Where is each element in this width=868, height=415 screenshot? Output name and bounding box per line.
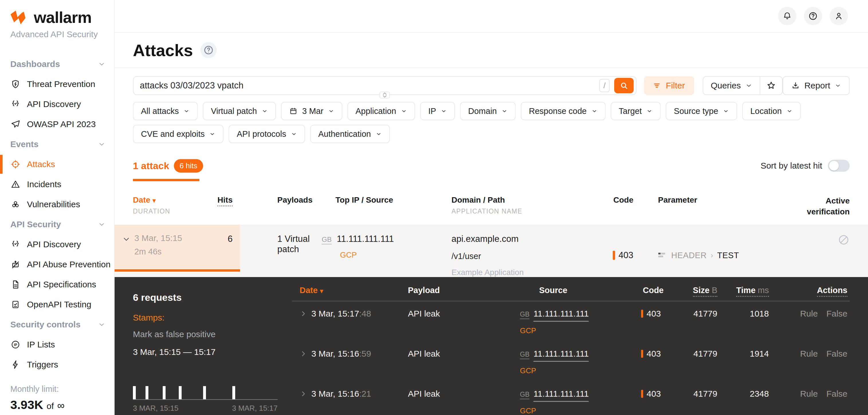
- source-ip-link[interactable]: 11.111.111.111: [533, 349, 589, 362]
- brand-logo[interactable]: wallarm: [0, 8, 114, 27]
- expand-row-icon[interactable]: [300, 310, 307, 317]
- sidebar-item-threat-prevention[interactable]: Threat Prevention: [0, 74, 114, 94]
- source-provider[interactable]: GCP: [340, 251, 447, 260]
- hits-badge: 6 hits: [174, 159, 203, 173]
- notifications-button[interactable]: [778, 7, 796, 25]
- source-provider[interactable]: GCP: [520, 366, 624, 375]
- sidebar-section-dashboards[interactable]: Dashboards: [0, 54, 114, 74]
- filter-chip-ip[interactable]: IP: [420, 102, 455, 120]
- sidebar-section-security-controls[interactable]: Security controls: [0, 315, 114, 335]
- attack-path[interactable]: /v1/user: [452, 251, 609, 261]
- collapse-row-icon[interactable]: [123, 236, 130, 243]
- column-date[interactable]: Date ▾: [292, 286, 398, 295]
- filter-chip-3-mar[interactable]: 3 Mar: [281, 102, 342, 120]
- collapse-filters-handle[interactable]: [379, 92, 390, 99]
- rule-action-link[interactable]: Rule: [800, 349, 818, 382]
- filter-chip-api-protocols[interactable]: API protocols: [228, 125, 305, 143]
- filter-chip-all-attacks[interactable]: All attacks: [133, 102, 198, 120]
- page-help-button[interactable]: [200, 42, 217, 58]
- request-payload: API leak: [398, 389, 513, 415]
- sidebar-item-incidents[interactable]: Incidents: [0, 174, 114, 194]
- filter-chip-application[interactable]: Application: [347, 102, 415, 120]
- request-code: 403: [647, 349, 661, 358]
- column-actions[interactable]: Actions: [773, 286, 850, 295]
- false-action-link[interactable]: False: [827, 349, 847, 382]
- rule-action-link[interactable]: Rule: [800, 309, 818, 341]
- expand-row-icon[interactable]: [300, 390, 307, 397]
- sidebar-item-owasp-api-2023[interactable]: OWASP API 2023: [0, 114, 114, 134]
- active-verification-cell[interactable]: [787, 225, 868, 277]
- filter-chip-location[interactable]: Location: [742, 102, 801, 120]
- column-hits[interactable]: Hits: [217, 196, 232, 206]
- attack-domain[interactable]: api.example.com: [452, 234, 609, 244]
- help-button[interactable]: [804, 7, 822, 25]
- filter-chip-response-code[interactable]: Response code: [521, 102, 606, 120]
- request-date: 3 Mar, 15:16: [311, 349, 359, 358]
- filter-chip-authentication[interactable]: Authentication: [310, 125, 390, 143]
- request-row[interactable]: 3 Mar, 15:17:48 API leak GB 11.111.111.1…: [292, 301, 850, 341]
- source-ip-link[interactable]: 11.111.111.111: [533, 309, 589, 322]
- filter-button[interactable]: Filter: [644, 76, 694, 95]
- filter-chip-cve-and-exploits[interactable]: CVE and exploits: [133, 125, 223, 143]
- sort-desc-icon: ▾: [320, 287, 323, 295]
- attacks-tab[interactable]: 1 attack 6 hits: [133, 159, 203, 181]
- sidebar-section-api-security[interactable]: API Security: [0, 214, 114, 234]
- request-row[interactable]: 3 Mar, 15:16:21 API leak GB 11.111.111.1…: [292, 382, 850, 415]
- source-provider[interactable]: GCP: [520, 326, 624, 335]
- source-ip-link[interactable]: 11.111.111.111: [533, 389, 589, 402]
- monthly-limit-label: Monthly limit:: [10, 384, 114, 394]
- favorite-query-button[interactable]: [760, 77, 782, 95]
- mark-false-positive-link[interactable]: Mark as false positive: [133, 330, 292, 339]
- parameter-type: HEADER: [671, 251, 707, 260]
- search-box: /: [133, 76, 637, 95]
- attack-row[interactable]: 3 Mar, 15:15 2m 46s 6 1 Virtual patch GB…: [115, 225, 868, 277]
- false-action-link[interactable]: False: [827, 389, 847, 415]
- queries-button[interactable]: Queries: [703, 77, 760, 95]
- request-source: GB 11.111.111.111 GCP: [513, 389, 624, 415]
- sidebar-section-events[interactable]: Events: [0, 134, 114, 154]
- expand-row-icon[interactable]: [300, 350, 307, 357]
- column-application: APPLICATION NAME: [452, 207, 609, 215]
- column-time[interactable]: Time ms: [722, 286, 773, 295]
- chevron-down-icon: [723, 108, 729, 114]
- stamps-label[interactable]: Stamps:: [133, 313, 292, 322]
- attack-payloads[interactable]: 1 Virtual patch: [240, 225, 322, 277]
- column-size[interactable]: Size B: [676, 286, 722, 295]
- sidebar-item-api-abuse-prevention[interactable]: API Abuse Prevention: [0, 254, 114, 274]
- chevron-down-icon: [786, 108, 793, 114]
- source-ip[interactable]: 11.111.111.111: [337, 234, 394, 244]
- sidebar-item-api-specifications[interactable]: API Specifications: [0, 274, 114, 295]
- source-provider[interactable]: GCP: [520, 406, 624, 415]
- account-button[interactable]: [830, 7, 848, 25]
- sidebar-item-ip-lists[interactable]: IP IP Lists: [0, 335, 114, 355]
- sort-by-latest-hit-toggle[interactable]: [828, 160, 850, 172]
- search-input[interactable]: [140, 80, 599, 91]
- country-badge[interactable]: GB: [520, 311, 529, 319]
- country-badge[interactable]: GB: [520, 351, 529, 359]
- filter-chip-domain[interactable]: Domain: [460, 102, 516, 120]
- sidebar-item-vulnerabilities[interactable]: Vulnerabilities: [0, 194, 114, 214]
- paper-plane-icon: [10, 119, 21, 129]
- request-row[interactable]: 3 Mar, 15:16:59 API leak GB 11.111.111.1…: [292, 341, 850, 382]
- histogram-bar: [133, 386, 136, 399]
- request-size: 41779: [676, 349, 722, 382]
- country-badge[interactable]: GB: [322, 236, 332, 244]
- country-badge[interactable]: GB: [520, 391, 529, 399]
- sidebar-item-openapi-testing[interactable]: OpenAPI Testing: [0, 295, 114, 315]
- search-button[interactable]: [614, 78, 634, 93]
- column-date[interactable]: Date ▾ DURATION: [133, 196, 170, 215]
- rule-action-link[interactable]: Rule: [800, 389, 818, 415]
- sidebar-item-api-discovery[interactable]: API Discovery: [0, 234, 114, 254]
- sidebar-item-attacks[interactable]: Attacks: [0, 154, 114, 174]
- filter-chip-virtual-patch[interactable]: Virtual patch: [203, 102, 276, 120]
- attack-duration: 2m 46s: [134, 248, 182, 256]
- request-payload: API leak: [398, 309, 513, 341]
- false-action-link[interactable]: False: [827, 309, 847, 341]
- sidebar-item-api-discovery[interactable]: API Discovery: [0, 94, 114, 114]
- request-source: GB 11.111.111.111 GCP: [513, 349, 624, 382]
- report-button[interactable]: Report: [783, 76, 850, 95]
- filter-chip-source-type[interactable]: Source type: [666, 102, 737, 120]
- sidebar-item-triggers[interactable]: Triggers: [0, 355, 114, 375]
- filter-chip-target[interactable]: Target: [611, 102, 661, 120]
- monthly-of: of: [47, 401, 54, 411]
